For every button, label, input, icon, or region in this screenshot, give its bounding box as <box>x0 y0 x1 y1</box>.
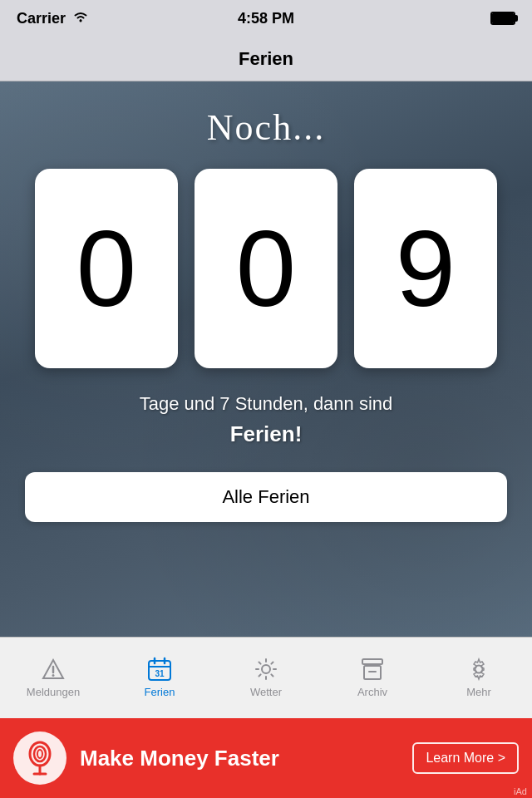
gear-icon <box>466 656 492 682</box>
main-content: Noch... 0 0 9 Tage und 7 Stunden, dann s… <box>0 81 532 637</box>
svg-point-2 <box>52 674 55 677</box>
svg-point-22 <box>34 746 46 761</box>
svg-point-8 <box>262 665 270 673</box>
svg-point-0 <box>80 20 82 22</box>
learn-more-button[interactable]: Learn More > <box>412 742 519 774</box>
tab-wetter[interactable]: Wetter <box>233 656 299 698</box>
tab-wetter-label: Wetter <box>250 686 282 698</box>
sun-icon <box>253 656 279 682</box>
ad-icon <box>13 732 66 785</box>
digit-card-1: 0 <box>195 169 337 368</box>
svg-point-23 <box>37 750 42 758</box>
carrier-label: Carrier <box>17 10 66 27</box>
svg-line-13 <box>259 663 261 664</box>
status-bar: Carrier 4:58 PM <box>0 0 532 37</box>
tab-bar: Meldungen 31 Ferien <box>0 637 532 718</box>
svg-text:31: 31 <box>155 669 165 678</box>
tab-archiv[interactable]: Archiv <box>339 656 406 698</box>
subtitle-bold: Ferien! <box>230 421 303 447</box>
learn-more-label: Learn More > <box>426 751 505 766</box>
tab-mehr[interactable]: Mehr <box>446 656 512 698</box>
digit-2: 9 <box>396 214 456 323</box>
ad-text: Make Money Faster <box>80 746 399 771</box>
svg-line-14 <box>271 674 273 676</box>
tab-mehr-label: Mehr <box>466 686 491 698</box>
svg-line-16 <box>259 674 261 676</box>
tab-meldungen-label: Meldungen <box>27 686 80 698</box>
svg-line-15 <box>271 663 273 664</box>
status-time: 4:58 PM <box>238 10 294 27</box>
tab-meldungen[interactable]: Meldungen <box>20 656 86 698</box>
subtitle-text: Tage und 7 Stunden, dann sind <box>140 393 393 415</box>
ad-banner[interactable]: Make Money Faster Learn More > iAd <box>0 718 532 798</box>
alle-ferien-button[interactable]: Alle Ferien <box>25 472 507 522</box>
archive-icon <box>359 656 386 682</box>
navigation-bar: Ferien <box>0 37 532 81</box>
battery-area <box>490 12 515 25</box>
digit-cards: 0 0 9 <box>35 169 497 368</box>
wifi-icon <box>72 10 89 27</box>
digit-1: 0 <box>236 214 296 323</box>
digit-card-0: 0 <box>35 169 178 368</box>
tab-ferien-label: Ferien <box>145 686 175 698</box>
nav-title: Ferien <box>239 48 293 70</box>
tab-archiv-label: Archiv <box>357 686 387 698</box>
warning-icon <box>40 656 66 682</box>
carrier-info: Carrier <box>17 10 89 27</box>
tab-ferien[interactable]: 31 Ferien <box>126 656 193 698</box>
alle-ferien-label: Alle Ferien <box>222 486 309 508</box>
noch-label: Noch... <box>207 106 325 149</box>
battery-icon <box>490 12 515 25</box>
calendar-icon: 31 <box>146 656 173 682</box>
digit-0: 0 <box>76 214 136 323</box>
iad-label: iAd <box>514 786 527 796</box>
svg-rect-17 <box>362 659 382 664</box>
digit-card-2: 9 <box>354 169 497 368</box>
